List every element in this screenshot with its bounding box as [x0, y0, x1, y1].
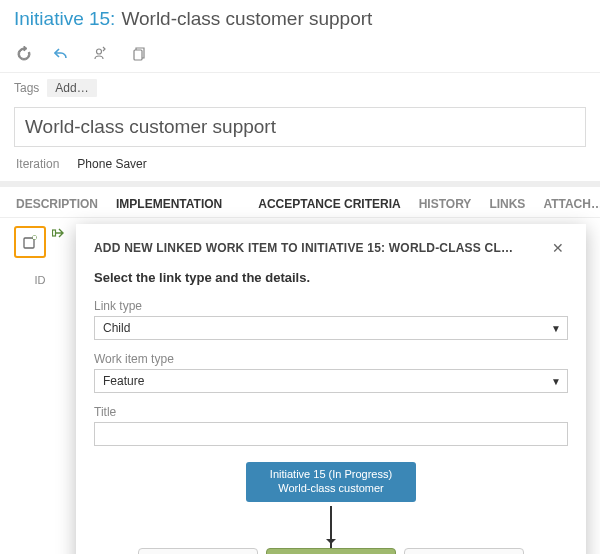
chevron-down-icon: ▼ — [551, 376, 561, 387]
dialog-subtitle: Select the link type and the details. — [94, 270, 568, 285]
work-item-title: World-class customer support — [121, 8, 372, 30]
id-column-header: ID — [35, 274, 46, 286]
tab-attachments[interactable]: ATTACH… — [543, 197, 600, 211]
tab-history[interactable]: HISTORY — [419, 197, 472, 211]
undo-icon[interactable] — [54, 46, 70, 62]
close-icon[interactable]: ✕ — [548, 238, 568, 258]
parent-node: Initiative 15 (In Progress) World-class … — [246, 462, 416, 502]
link-type-value: Child — [103, 321, 130, 335]
new-work-item-node: (New work item) — [266, 548, 396, 554]
title-input[interactable]: World-class customer support — [14, 107, 586, 147]
title-label: Title — [94, 405, 568, 419]
svg-rect-1 — [24, 238, 34, 248]
tab-links[interactable]: LINKS — [489, 197, 525, 211]
copy-icon[interactable] — [130, 46, 146, 62]
sibling-slot-left — [138, 548, 258, 554]
tags-row: Tags Add… — [0, 73, 600, 103]
iteration-row: Iteration Phone Saver — [0, 155, 600, 181]
work-item-id: Initiative 15: — [14, 8, 115, 30]
assign-icon[interactable] — [92, 46, 108, 62]
link-existing-icon[interactable] — [52, 226, 66, 240]
arrow-icon — [330, 506, 332, 548]
title-input-field[interactable] — [94, 422, 568, 446]
link-type-label: Link type — [94, 299, 568, 313]
iteration-value[interactable]: Phone Saver — [77, 157, 146, 171]
add-linked-item-button[interactable] — [14, 226, 46, 258]
dialog-title: ADD NEW LINKED WORK ITEM TO INITIATIVE 1… — [94, 241, 513, 255]
tab-implementation[interactable]: IMPLEMENTATION — [116, 197, 222, 211]
page-title: Initiative 15: World-class customer supp… — [14, 8, 586, 36]
parent-node-line2: World-class customer — [256, 482, 406, 496]
add-tag-button[interactable]: Add… — [47, 79, 96, 97]
refresh-icon[interactable] — [16, 46, 32, 62]
sibling-slot-right — [404, 548, 524, 554]
link-type-select[interactable]: Child ▼ — [94, 316, 568, 340]
svg-rect-0 — [134, 50, 142, 60]
svg-rect-3 — [53, 230, 56, 236]
implementation-toolbar: ID — [10, 224, 70, 554]
work-item-type-select[interactable]: Feature ▼ — [94, 369, 568, 393]
work-item-type-label: Work item type — [94, 352, 568, 366]
work-item-type-value: Feature — [103, 374, 144, 388]
parent-node-line1: Initiative 15 (In Progress) — [256, 468, 406, 482]
tabs: DESCRIPTION IMPLEMENTATION ACCEPTANCE CR… — [0, 187, 600, 218]
chevron-down-icon: ▼ — [551, 323, 561, 334]
link-diagram: Initiative 15 (In Progress) World-class … — [94, 462, 568, 554]
tags-label: Tags — [14, 81, 39, 95]
toolbar — [14, 36, 586, 72]
add-linked-item-dialog: ADD NEW LINKED WORK ITEM TO INITIATIVE 1… — [76, 224, 586, 554]
iteration-label: Iteration — [16, 157, 59, 171]
tab-acceptance[interactable]: ACCEPTANCE CRITERIA — [258, 197, 400, 211]
tab-description[interactable]: DESCRIPTION — [16, 197, 98, 211]
